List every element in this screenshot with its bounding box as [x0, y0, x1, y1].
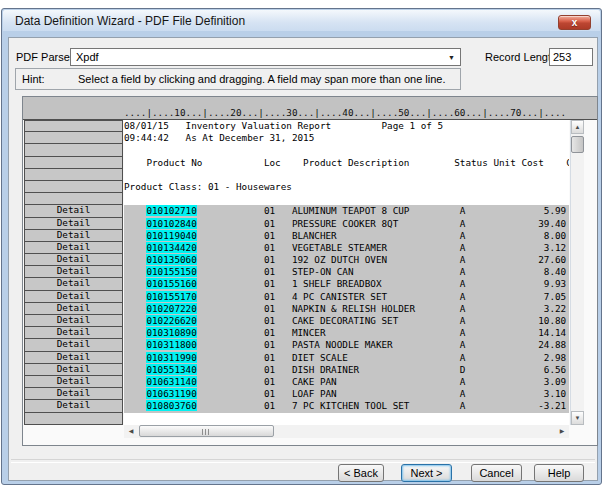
report-line[interactable]: Product Class: 01 - Housewares [124, 181, 569, 193]
report-detail-line[interactable]: 010311800 01 PASTA NOODLE MAKER A 24.88 [124, 339, 569, 351]
row-type-cell-detail: Detail [24, 254, 123, 266]
report-detail-line[interactable]: 010803760 01 7 PC KITCHEN TOOL SET A -3.… [124, 400, 569, 412]
scroll-up-icon[interactable]: ▲ [571, 120, 584, 134]
product-no-highlight[interactable]: 010155170 [146, 291, 196, 302]
back-button[interactable]: < Back [338, 464, 384, 482]
horizontal-scrollbar-thumb[interactable] [139, 425, 274, 437]
detail-line-text: 01 ALUMINUM TEAPOT 8 CUP A 5.99 [197, 205, 566, 216]
row-type-cell-detail: Detail [24, 218, 123, 230]
report-line[interactable] [124, 144, 569, 156]
report-detail-line[interactable]: 010310890 01 MINCER A 14.14 [124, 327, 569, 339]
product-no-highlight[interactable]: 010311800 [146, 339, 196, 350]
detail-line-text: 01 BLANCHER A 8.00 [197, 230, 566, 241]
report-detail-line[interactable]: 010134420 01 VEGETABLE STEAMER A 3.12 [124, 242, 569, 254]
detail-line-text: 01 PASTA NOODLE MAKER A 24.88 [197, 339, 566, 350]
product-no-highlight[interactable]: 010631190 [146, 388, 196, 399]
row-type-cell-blank [24, 120, 123, 132]
report-line[interactable] [124, 193, 569, 205]
report-detail-line[interactable]: 010119040 01 BLANCHER A 8.00 [124, 230, 569, 242]
product-no-highlight[interactable]: 010102840 [146, 218, 196, 229]
detail-line-text: 01 PRESSURE COOKER 8QT A 39.40 [197, 218, 566, 229]
dialog-client-area: PDF Parser Xpdf ▼ Record Length Hint: Se… [8, 37, 598, 481]
report-detail-line[interactable]: 010155170 01 4 PC CANISTER SET A 7.05 [124, 291, 569, 303]
row-type-cell-detail: Detail [24, 388, 123, 400]
close-button[interactable]: x [558, 15, 591, 30]
detail-line-text: 01 7 PC KITCHEN TOOL SET A -3.21 [197, 400, 566, 411]
detail-line-text: 01 4 PC CANISTER SET A 7.05 [197, 291, 566, 302]
product-no-highlight[interactable]: 010310890 [146, 327, 196, 338]
row-type-cell-detail: Detail [24, 376, 123, 388]
report-detail-line[interactable]: 010102710 01 ALUMINUM TEAPOT 8 CUP A 5.9… [124, 205, 569, 217]
horizontal-scrollbar[interactable]: ◀ ▶ [124, 425, 569, 438]
report-detail-line[interactable]: 010631190 01 LOAF PAN A 3.10 [124, 388, 569, 400]
row-type-cell-blank [24, 157, 123, 169]
row-type-cell-detail: Detail [24, 266, 123, 278]
row-type-cell-blank [24, 193, 123, 205]
detail-line-text: 01 NAPKIN & RELISH HOLDER A 3.22 [197, 303, 566, 314]
detail-line-text: 01 1 SHELF BREADBOX A 9.93 [197, 278, 566, 289]
product-no-highlight[interactable]: 010119040 [146, 230, 196, 241]
cancel-button[interactable]: Cancel [471, 464, 522, 482]
column-ruler-band: ....|....10...|....20...|....30...|....4… [23, 97, 597, 120]
row-type-cell-detail: Detail [24, 327, 123, 339]
report-line[interactable] [124, 413, 569, 425]
product-no-highlight[interactable]: 010134420 [146, 242, 196, 253]
scrollbar-grip [202, 429, 211, 435]
row-type-cell-blank [24, 169, 123, 181]
button-separator [11, 459, 595, 463]
titlebar[interactable]: Data Definition Wizard - PDF File Defini… [3, 10, 600, 31]
detail-line-text: 01 VEGETABLE STEAMER A 3.12 [197, 242, 566, 253]
product-no-highlight[interactable]: 010803760 [146, 400, 196, 411]
product-no-highlight[interactable]: 010551340 [146, 364, 196, 375]
product-no-highlight[interactable]: 010155160 [146, 278, 196, 289]
product-no-highlight[interactable]: 010631140 [146, 376, 196, 387]
pdf-parser-combobox[interactable]: Xpdf ▼ [70, 48, 461, 66]
product-no-highlight[interactable]: 010226620 [146, 315, 196, 326]
chevron-down-icon: ▼ [448, 54, 455, 61]
report-detail-line[interactable]: 010311990 01 DIET SCALE A 2.98 [124, 352, 569, 364]
vertical-scrollbar-thumb[interactable] [571, 136, 584, 153]
report-detail-line[interactable]: 010155150 01 STEP-ON CAN A 8.40 [124, 266, 569, 278]
pdf-parser-value: Xpdf [76, 51, 99, 63]
product-no-highlight[interactable]: 010311990 [146, 352, 196, 363]
report-detail-line[interactable]: 010631140 01 CAKE PAN A 3.09 [124, 376, 569, 388]
report-line[interactable]: 08/01/15 Inventory Valuation Report Page… [124, 120, 569, 132]
report-detail-line[interactable]: 010102840 01 PRESSURE COOKER 8QT A 39.40 [124, 218, 569, 230]
scroll-right-icon[interactable]: ▶ [555, 425, 569, 437]
vertical-scrollbar[interactable]: ▲ ▼ [570, 120, 584, 425]
product-no-highlight[interactable]: 010102710 [146, 205, 196, 216]
pdf-preview-panel[interactable]: ....|....10...|....20...|....30...|....4… [22, 96, 598, 446]
scroll-down-icon[interactable]: ▼ [571, 411, 584, 425]
report-line[interactable]: Product No Loc Product Description Statu… [124, 157, 569, 169]
report-detail-line[interactable]: 010135060 01 192 OZ DUTCH OVEN A 27.60 [124, 254, 569, 266]
row-type-cell-detail: Detail [24, 303, 123, 315]
row-type-cell-detail: Detail [24, 339, 123, 351]
product-no-highlight[interactable]: 010155150 [146, 266, 196, 277]
report-detail-line[interactable]: 010155160 01 1 SHELF BREADBOX A 9.93 [124, 278, 569, 290]
row-type-cell-blank [24, 181, 123, 193]
report-line[interactable]: 09:44:42 As At December 31, 2015 [124, 132, 569, 144]
report-lines[interactable]: 08/01/15 Inventory Valuation Report Page… [124, 120, 569, 425]
row-type-cell-detail: Detail [24, 242, 123, 254]
detail-line-text: 01 CAKE PAN A 3.09 [197, 376, 566, 387]
detail-line-text: 01 STEP-ON CAN A 8.40 [197, 266, 566, 277]
next-button[interactable]: Next > [401, 464, 452, 482]
row-type-cell-detail: Detail [24, 278, 123, 290]
record-length-input[interactable] [549, 48, 593, 66]
report-detail-line[interactable]: 010207220 01 NAPKIN & RELISH HOLDER A 3.… [124, 303, 569, 315]
report-line[interactable] [124, 169, 569, 181]
scroll-left-icon[interactable]: ◀ [124, 425, 138, 437]
close-icon: x [572, 18, 578, 28]
report-detail-line[interactable]: 010226620 01 CAKE DECORATING SET A 10.80 [124, 315, 569, 327]
report-detail-line[interactable]: 010551340 01 DISH DRAINER D 6.56 [124, 364, 569, 376]
detail-line-text: 01 DIET SCALE A 2.98 [197, 352, 566, 363]
detail-line-text: 01 192 OZ DUTCH OVEN A 27.60 [197, 254, 566, 265]
row-type-cell-blank [24, 144, 123, 156]
product-no-highlight[interactable]: 010135060 [146, 254, 196, 265]
row-type-cell-detail: Detail [24, 352, 123, 364]
row-type-cell-detail: Detail [24, 315, 123, 327]
product-no-highlight[interactable]: 010207220 [146, 303, 196, 314]
row-type-cell-blank [24, 413, 123, 425]
help-button[interactable]: Help [534, 464, 584, 482]
row-type-cell-blank [24, 132, 123, 144]
